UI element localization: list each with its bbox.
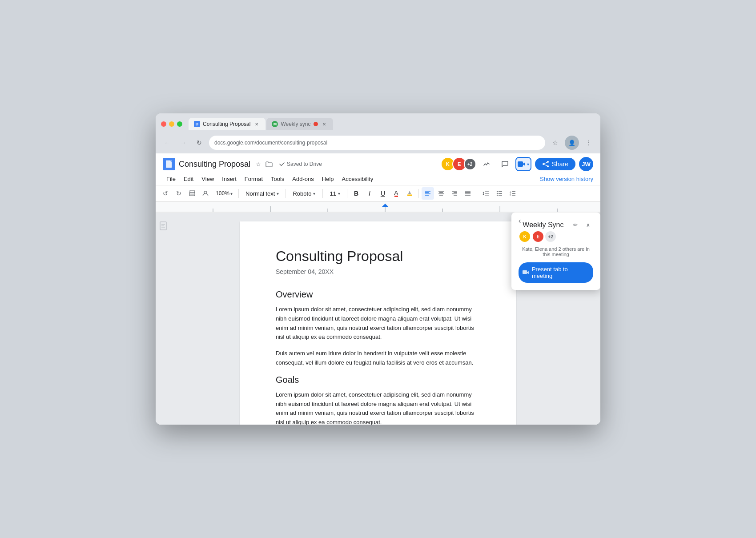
align-right-button[interactable] [448,187,461,200]
address-bar[interactable]: docs.google.com/document/consulting-prop… [209,136,545,150]
maximize-window-button[interactable] [177,121,182,127]
svg-line-5 [544,162,547,164]
activity-icon[interactable] [480,157,494,171]
align-left-button[interactable] [422,187,434,200]
tab-docs-close[interactable]: ✕ [253,120,260,128]
avatar-more: +2 [464,158,476,170]
back-button[interactable]: ← [161,137,173,149]
format-toolbar: ↺ ↻ 100% ▾ Normal text ▾ Roboto ▾ [156,185,600,202]
participant-avatar-kate: K [519,230,531,243]
close-window-button[interactable] [161,121,166,127]
browser-chrome: D Consulting Proposal ✕ M Weekly sync ✕ … [156,113,600,153]
separator-3 [322,189,323,198]
redo-button[interactable]: ↻ [173,187,185,200]
align-center-button[interactable] [435,187,447,200]
tabs-row: D Consulting Proposal ✕ M Weekly sync ✕ [189,118,333,130]
avatar-group: K E +2 [441,157,476,171]
highlight-button[interactable] [403,187,416,200]
show-version-history[interactable]: Show version history [540,176,593,182]
user-account-button[interactable]: JW [579,157,593,171]
doc-content-wrapper: Consulting Proposal September 04, 20XX O… [156,213,600,425]
italic-button[interactable]: I [363,187,376,200]
menu-tools[interactable]: Tools [267,174,288,184]
font-dropdown[interactable]: Roboto ▾ [289,189,320,198]
popup-back-button[interactable]: ‹ [519,217,521,225]
popup-collapse-button[interactable]: ∧ [583,220,593,230]
ruler [156,202,600,213]
share-label: Share [552,161,568,168]
tab-meet-title: Weekly sync [281,121,310,127]
participant-count: +2 [545,231,556,242]
svg-point-32 [497,195,498,196]
meet-popup-controls: ✏ ∧ [570,220,593,230]
print-button[interactable] [186,187,198,200]
zoom-button[interactable]: 100% ▾ [213,187,236,200]
tab-meet[interactable]: M Weekly sync ✕ [266,118,333,130]
numbered-list-button[interactable]: 1.2.3. [507,187,519,200]
doc-date: September 04, 20XX [276,268,480,275]
svg-point-4 [547,165,549,167]
popup-edit-button[interactable]: ✏ [570,220,581,230]
meet-video-button[interactable]: ▾ [515,157,531,171]
doc-page: Consulting Proposal September 04, 20XX O… [240,221,516,425]
svg-point-31 [497,193,498,194]
docs-title-icons: ☆ [254,160,273,169]
style-dropdown[interactable]: Normal text ▾ [241,189,283,198]
menu-accessibility[interactable]: Accessibility [338,174,377,184]
meet-popup-header: ‹ Weekly Sync ✏ ∧ [519,220,593,230]
section-goals-heading: Goals [276,375,480,385]
separator-2 [286,189,286,198]
comments-icon[interactable] [498,157,512,171]
svg-text:3.: 3. [510,194,511,197]
undo-button[interactable]: ↺ [159,187,172,200]
present-btn-label: Present tab to meeting [532,266,590,279]
bold-button[interactable]: B [350,187,362,200]
docs-header: Consulting Proposal ☆ Saved to Drive K [156,153,600,185]
doc-title: Consulting Proposal [276,248,480,265]
chrome-menu-button[interactable]: ⋮ [583,137,595,149]
svg-point-30 [497,191,498,192]
fontsize-dropdown[interactable]: 11 ▾ [326,189,344,198]
meet-favicon: M [272,121,278,127]
minimize-window-button[interactable] [169,121,174,127]
text-color-button[interactable]: A [390,187,402,200]
tab-meet-close[interactable]: ✕ [321,120,328,128]
separator-6 [477,189,477,198]
traffic-lights [161,121,182,127]
svg-point-3 [543,163,544,165]
menu-format[interactable]: Format [241,174,266,184]
justify-button[interactable] [462,187,474,200]
forward-button[interactable]: → [177,137,189,149]
docs-toolbar-right: K E +2 ▾ [441,157,593,171]
reload-button[interactable]: ↻ [193,137,205,149]
folder-icon[interactable] [265,160,273,169]
menu-help[interactable]: Help [318,174,338,184]
menu-addons[interactable]: Add-ons [289,174,317,184]
title-bar: D Consulting Proposal ✕ M Weekly sync ✕ [161,118,595,130]
present-tab-button[interactable]: Present tab to meeting [519,262,593,283]
menu-bar: File Edit View Insert Format Tools Add-o… [163,173,593,185]
profile-avatar[interactable]: 👤 [565,136,579,150]
svg-line-6 [544,165,547,166]
docs-area: Consulting Proposal ☆ Saved to Drive K [156,153,600,425]
spellcheck-button[interactable] [199,187,212,200]
share-button[interactable]: Share [535,158,575,170]
underline-button[interactable]: U [377,187,389,200]
menu-insert[interactable]: Insert [218,174,240,184]
outline-icon[interactable] [159,221,170,234]
menu-edit[interactable]: Edit [180,174,197,184]
star-icon[interactable]: ☆ [254,160,263,169]
menu-view[interactable]: View [198,174,217,184]
bookmark-button[interactable]: ☆ [549,137,561,149]
svg-point-10 [204,191,207,194]
bullet-list-button[interactable] [493,187,506,200]
line-spacing-button[interactable] [480,187,492,200]
overview-para-1: Lorem ipsum dolor sit amet, consectetuer… [276,305,480,342]
menu-file[interactable]: File [163,174,179,184]
separator-4 [347,189,347,198]
tab-docs-title: Consulting Proposal [203,121,250,127]
tab-docs[interactable]: D Consulting Proposal ✕ [189,118,265,130]
svg-rect-9 [190,194,194,195]
omnibox-row: ← → ↻ docs.google.com/document/consultin… [161,133,595,153]
svg-rect-1 [518,161,523,167]
